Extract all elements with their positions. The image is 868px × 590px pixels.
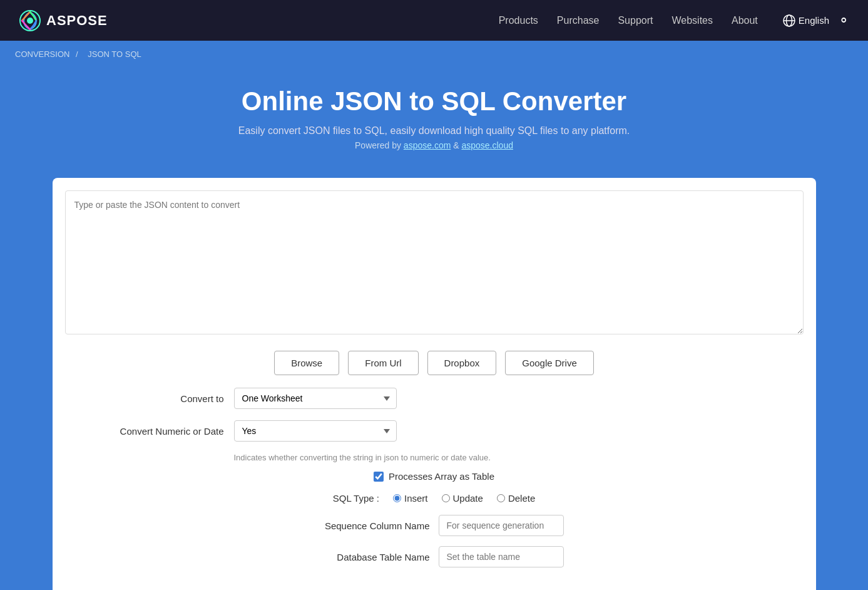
table-name-label: Database Table Name — [305, 552, 430, 562]
aspose-com-link[interactable]: aspose.com — [404, 140, 451, 150]
radio-delete-label: Delete — [508, 493, 535, 504]
sequence-label: Sequence Column Name — [305, 520, 430, 531]
svg-point-1 — [27, 18, 33, 24]
dropbox-button[interactable]: Dropbox — [427, 351, 497, 375]
logo[interactable]: ASPOSE — [19, 9, 108, 32]
sequence-row: Sequence Column Name — [103, 515, 766, 536]
user-icon[interactable]: ⚬ — [838, 13, 849, 29]
convert-to-label: Convert to — [103, 393, 234, 404]
upload-buttons: Browse From Url Dropbox Google Drive — [65, 351, 804, 375]
nav-about[interactable]: About — [732, 15, 758, 26]
aspose-cloud-link[interactable]: aspose.cloud — [461, 140, 513, 150]
radio-update[interactable]: Update — [442, 493, 483, 504]
radio-insert-label: Insert — [404, 493, 428, 504]
sql-type-label: SQL Type : — [333, 493, 379, 504]
processes-array-checkbox[interactable] — [374, 472, 384, 482]
convert-to-select[interactable]: One Worksheet Multiple Worksheets — [234, 388, 397, 409]
hero-subtitle: Easily convert JSON files to SQL, easily… — [13, 125, 855, 137]
breadcrumb-conversion[interactable]: CONVERSION — [15, 49, 69, 59]
google-drive-button[interactable]: Google Drive — [505, 351, 594, 375]
radio-insert[interactable]: Insert — [393, 493, 428, 504]
table-name-row: Database Table Name — [103, 546, 766, 567]
from-url-button[interactable]: From Url — [348, 351, 418, 375]
hero-section: Online JSON to SQL Converter Easily conv… — [0, 68, 868, 167]
browse-button[interactable]: Browse — [274, 351, 339, 375]
processes-array-row: Processes Array as Table — [103, 471, 766, 482]
breadcrumb: CONVERSION / JSON TO SQL — [0, 41, 868, 68]
numeric-label: Convert Numeric or Date — [103, 426, 234, 437]
language-label: English — [799, 15, 829, 26]
processes-array-label[interactable]: Processes Array as Table — [389, 471, 494, 482]
breadcrumb-current: JSON TO SQL — [88, 49, 141, 59]
radio-delete[interactable]: Delete — [497, 493, 535, 504]
nav-right: English ⚬ — [783, 13, 849, 29]
numeric-hint: Indicates whether converting the string … — [234, 453, 766, 462]
convert-to-row: Convert to One Worksheet Multiple Worksh… — [103, 388, 766, 409]
language-button[interactable]: English — [783, 14, 829, 27]
navbar: ASPOSE Products Purchase Support Website… — [0, 0, 868, 41]
nav-links: Products Purchase Support Websites About — [499, 15, 758, 26]
nav-purchase[interactable]: Purchase — [557, 15, 600, 26]
powered-by: Powered by aspose.com & aspose.cloud — [13, 140, 855, 150]
nav-websites[interactable]: Websites — [671, 15, 713, 26]
nav-products[interactable]: Products — [499, 15, 538, 26]
sql-type-row: SQL Type : Insert Update Delete — [103, 493, 766, 504]
page-title: Online JSON to SQL Converter — [13, 86, 855, 116]
sequence-input[interactable] — [439, 515, 564, 536]
numeric-select[interactable]: Yes No — [234, 420, 397, 442]
radio-update-label: Update — [453, 493, 483, 504]
breadcrumb-separator: / — [76, 49, 78, 59]
logo-text: ASPOSE — [46, 13, 108, 29]
json-input[interactable] — [65, 190, 804, 334]
numeric-row: Convert Numeric or Date Yes No — [103, 420, 766, 442]
logo-icon — [19, 9, 41, 32]
main-card: Browse From Url Dropbox Google Drive Con… — [53, 178, 816, 590]
nav-support[interactable]: Support — [618, 15, 653, 26]
globe-icon — [783, 14, 795, 27]
form-section: Convert to One Worksheet Multiple Worksh… — [65, 388, 804, 590]
table-name-input[interactable] — [439, 546, 564, 567]
